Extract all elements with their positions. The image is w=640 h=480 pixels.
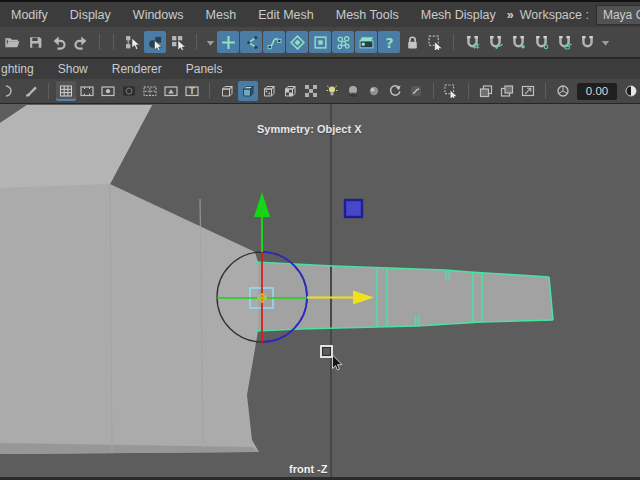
aperture-icon	[556, 84, 570, 98]
snap-to-planes-button[interactable]	[553, 31, 575, 53]
select-by-hierarchy-button[interactable]	[121, 31, 143, 53]
snap-to-projected-center-button[interactable]	[530, 31, 552, 53]
select-by-object-type-button[interactable]	[144, 31, 166, 53]
menu-edit-mesh[interactable]: Edit Mesh	[247, 8, 325, 22]
xray-display-button[interactable]	[476, 81, 496, 101]
symmetry-cross-tool-button[interactable]	[217, 31, 239, 53]
caret-down-icon	[598, 35, 613, 50]
rect-front-icon	[500, 84, 514, 98]
film-gate-button[interactable]	[77, 81, 97, 101]
cube-wire-icon	[220, 84, 234, 98]
camera-name-label: front -Z	[289, 463, 327, 475]
lock-selection-button[interactable]	[401, 31, 423, 53]
image-plane-button[interactable]	[518, 81, 538, 101]
field-chart-icon	[143, 84, 157, 98]
marquee-pointer-icon	[444, 84, 458, 98]
xray-joints-button[interactable]	[497, 81, 517, 101]
grease-pencil-button[interactable]	[21, 81, 41, 101]
magnet-center-icon	[534, 35, 549, 50]
workspace-selector[interactable]: » Workspace : Maya Classic*	[507, 5, 640, 25]
magnet-grid-icon	[465, 35, 480, 50]
snap-dropdown-button[interactable]	[599, 31, 611, 53]
viewport-canvas[interactable]	[0, 104, 640, 477]
menu-display[interactable]: Display	[59, 8, 122, 22]
exposure-value-field[interactable]: 0.00	[577, 83, 617, 100]
isolate-select-button[interactable]	[441, 81, 461, 101]
resolution-gate-button[interactable]	[98, 81, 118, 101]
blue-square-marker[interactable]	[345, 200, 362, 217]
shaded-display-button[interactable]	[238, 81, 258, 101]
render-setup-tool-button[interactable]	[355, 31, 377, 53]
snap-to-curves-button[interactable]	[484, 31, 506, 53]
diamond-tool-button[interactable]	[286, 31, 308, 53]
toolbar-separator	[433, 83, 434, 99]
panel-menu-show[interactable]: Show	[46, 62, 100, 76]
clapper-icon	[359, 35, 374, 50]
menu-mesh[interactable]: Mesh	[195, 8, 248, 22]
menu-modify[interactable]: Modify	[0, 8, 59, 22]
shadows-button[interactable]	[343, 81, 363, 101]
snap-to-grid-button[interactable]	[461, 31, 483, 53]
brush-icon	[24, 84, 38, 98]
viewport[interactable]: Symmetry: Object X front -Z	[0, 104, 640, 477]
wireframe-display-button[interactable]	[217, 81, 237, 101]
undo-arrow-icon	[51, 35, 66, 50]
redo-arrow-icon	[74, 35, 89, 50]
select-object-icon	[148, 35, 163, 50]
help-tool-button[interactable]: ?	[378, 31, 400, 53]
cube-textured-icon	[283, 84, 297, 98]
panel-menubar: ghtingShowRendererPanels	[0, 58, 640, 79]
undo-button[interactable]	[47, 31, 69, 53]
toolbar-separator	[48, 83, 49, 99]
save-scene-button[interactable]	[24, 31, 46, 53]
panel-menu-panels[interactable]: Panels	[174, 62, 235, 76]
select-by-component-type-button[interactable]	[167, 31, 189, 53]
toolbar-separator	[545, 83, 546, 99]
gate-mask-button[interactable]	[119, 81, 139, 101]
redo-button[interactable]	[70, 31, 92, 53]
occlusion-button[interactable]	[364, 81, 384, 101]
safe-title-button[interactable]: T	[182, 81, 202, 101]
anti-aliasing-button[interactable]	[406, 81, 426, 101]
select-hierarchy-icon	[125, 35, 140, 50]
motion-blur-button[interactable]	[385, 81, 405, 101]
menu-mesh-display[interactable]: Mesh Display	[410, 8, 507, 22]
selection-mask-dropdown-button[interactable]	[204, 31, 216, 53]
make-live-button[interactable]	[576, 31, 598, 53]
all-lights-button[interactable]	[322, 81, 342, 101]
panel-menu-ghting[interactable]: ghting	[0, 62, 46, 76]
grid-icon	[59, 84, 73, 98]
question-icon: ?	[382, 35, 397, 50]
contrast-button[interactable]	[621, 81, 640, 101]
toolbar-separator	[209, 83, 210, 99]
safe-action-button[interactable]	[161, 81, 181, 101]
s-curve-icon	[267, 35, 282, 50]
select-component-icon	[171, 35, 186, 50]
exposure-button[interactable]	[553, 81, 573, 101]
use-default-material-button[interactable]	[301, 81, 321, 101]
contrast-icon	[624, 84, 638, 98]
menu-windows[interactable]: Windows	[122, 8, 195, 22]
workspace-label: Workspace :	[520, 8, 589, 22]
snap-to-points-button[interactable]	[507, 31, 529, 53]
toolbar-separator	[196, 34, 197, 50]
angle-tool-button[interactable]	[240, 31, 262, 53]
shaded-wireframe-display-button[interactable]	[259, 81, 279, 101]
folder-open-icon	[5, 35, 20, 50]
show-grid-button[interactable]	[56, 81, 76, 101]
workspace-value-field[interactable]: Maya Classic*	[596, 5, 640, 25]
ball-shadow-icon	[346, 84, 360, 98]
open-scene-button[interactable]	[1, 31, 23, 53]
curve-tool-button[interactable]	[263, 31, 285, 53]
lattice-tool-button[interactable]	[309, 31, 331, 53]
clipped-left-tool-button[interactable]	[0, 81, 20, 101]
cluster-tool-button[interactable]	[332, 31, 354, 53]
rect-arrow-icon	[521, 84, 535, 98]
highlight-selection-mode-button[interactable]	[424, 31, 446, 53]
textured-display-button[interactable]	[280, 81, 300, 101]
aa-square-icon	[409, 84, 423, 98]
menu-mesh-tools[interactable]: Mesh Tools	[325, 8, 410, 22]
panel-menu-renderer[interactable]: Renderer	[100, 62, 174, 76]
field-chart-button[interactable]	[140, 81, 160, 101]
motion-blur-icon	[388, 84, 402, 98]
